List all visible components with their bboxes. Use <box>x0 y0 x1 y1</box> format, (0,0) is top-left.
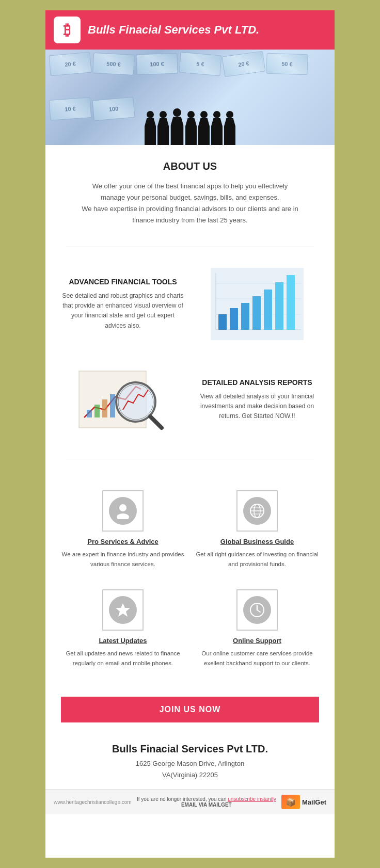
bar-chart-svg <box>211 268 304 340</box>
service-item-2: Global Business Guide Get all right guid… <box>190 480 324 579</box>
service-3-icon-box <box>102 589 144 631</box>
service-4-description: Our online customer care services provid… <box>195 649 319 668</box>
star-service-icon <box>109 596 137 624</box>
service-2-description: Get all right guidances of investing on … <box>195 550 319 569</box>
money-note-8: 100 <box>92 97 135 121</box>
join-us-button[interactable]: JOIN US NOW <box>61 697 319 722</box>
money-note-1: 20 € <box>49 52 91 76</box>
svg-line-32 <box>257 610 260 612</box>
about-section: ABOUT US We offer your one of the best f… <box>45 145 335 236</box>
feature-row-1: ADVANCED FINANCIAL TOOLS See detailed an… <box>45 258 335 350</box>
service-item-4: Online Support Our online customer care … <box>190 579 324 678</box>
service-item-3: Latest Updates Get all updates and news … <box>56 579 190 678</box>
unsubscribe-link[interactable]: unsubscribe instantly <box>228 796 276 802</box>
feature-1-image <box>195 268 319 340</box>
person-3 <box>170 108 183 145</box>
service-1-icon-box <box>102 490 144 532</box>
money-note-7: 10 € <box>49 97 92 120</box>
svg-rect-15 <box>94 405 100 417</box>
person-icon <box>115 503 131 519</box>
svg-rect-5 <box>218 314 227 330</box>
svg-rect-14 <box>87 410 92 417</box>
money-note-3: 100 € <box>136 53 178 75</box>
feature-2-image <box>61 361 185 438</box>
person-body <box>224 118 235 145</box>
money-note-5: 20 € <box>222 51 266 77</box>
money-note-2: 500 € <box>92 53 135 75</box>
unsubscribe-prefix: If you are no longer interested, you can <box>137 796 226 802</box>
clock-icon <box>249 602 265 618</box>
footer-via-mailget: EMAIL VIA MAILGET <box>137 802 276 808</box>
svg-rect-11 <box>287 275 295 330</box>
person-body <box>185 118 197 145</box>
mailget-icon: 📦 <box>286 797 296 807</box>
section-divider-1 <box>66 247 314 247</box>
service-1-description: We are expert in finance industry and pr… <box>61 550 185 569</box>
about-description: We offer your one of the best financial … <box>66 181 314 226</box>
svg-rect-6 <box>230 308 238 330</box>
mailget-icon-box: 📦 <box>281 795 300 809</box>
hero-image: 20 € 500 € 100 € 5 € 20 € 50 € 10 € 100 <box>45 50 335 145</box>
services-grid: Pro Services & Advice We are expert in f… <box>45 470 335 688</box>
email-header: ₿ Bulls Finacial Services Pvt LTD. <box>45 10 335 50</box>
person-body <box>198 118 210 145</box>
star-icon <box>115 602 131 618</box>
svg-rect-8 <box>252 296 261 330</box>
service-2-icon-box <box>236 490 278 532</box>
svg-line-20 <box>150 416 162 428</box>
svg-point-23 <box>117 513 129 519</box>
feature-row-2: DETAILED ANALYSIS REPORTS View all detai… <box>45 350 335 448</box>
company-logo: ₿ <box>54 17 81 43</box>
globe-icon <box>249 503 265 519</box>
footer-company-name: Bulls Finacial Services Pvt LTD. <box>56 743 324 755</box>
footer-unsubscribe-text: If you are no longer interested, you can… <box>132 796 281 808</box>
globe-service-icon <box>243 497 271 525</box>
mailget-logo: 📦 MailGet <box>281 795 326 809</box>
footer-bottom-bar: www.heritagechristiancollege.com If you … <box>45 789 335 814</box>
svg-rect-7 <box>241 303 249 330</box>
magnifier-chart-svg <box>76 361 169 438</box>
service-2-title: Global Business Guide <box>220 538 294 545</box>
address-line-2: VA(Virginia) 22205 <box>162 771 218 779</box>
service-4-title: Online Support <box>233 637 281 645</box>
feature-1-description: See detailed and robust graphics and cha… <box>61 291 185 331</box>
svg-rect-10 <box>275 282 283 330</box>
service-4-icon-box <box>236 589 278 631</box>
bitcoin-icon: ₿ <box>64 22 71 39</box>
money-note-6: 50 € <box>266 53 308 75</box>
person-service-icon <box>109 497 137 525</box>
footer-address: 1625 George Mason Drive, Arlington VA(Vi… <box>56 758 324 781</box>
footer-website: www.heritagechristiancollege.com <box>54 799 132 805</box>
company-name: Bulls Finacial Services Pvt LTD. <box>88 23 259 37</box>
svg-rect-17 <box>110 394 115 417</box>
section-divider-2 <box>66 459 314 459</box>
about-title: ABOUT US <box>66 160 314 172</box>
service-1-title: Pro Services & Advice <box>87 538 159 545</box>
person-body <box>145 118 156 145</box>
person-body <box>157 118 169 145</box>
person-body <box>170 117 183 145</box>
money-note-4: 5 € <box>179 52 221 76</box>
svg-rect-9 <box>264 290 272 330</box>
feature-1-title: ADVANCED FINANCIAL TOOLS <box>61 278 185 286</box>
service-3-title: Latest Updates <box>99 637 147 645</box>
mailget-brand-name: MailGet <box>302 798 326 806</box>
address-line-1: 1625 George Mason Drive, Arlington <box>136 760 244 767</box>
cta-section: JOIN US NOW <box>45 688 335 731</box>
email-container: ₿ Bulls Finacial Services Pvt LTD. 20 € … <box>45 10 335 858</box>
clock-service-icon <box>243 596 271 624</box>
service-item-1: Pro Services & Advice We are expert in f… <box>56 480 190 579</box>
service-3-description: Get all updates and news related to fina… <box>61 649 185 668</box>
person-head <box>173 108 181 117</box>
person-body <box>211 118 223 145</box>
feature-2-title: DETAILED ANALYSIS REPORTS <box>195 378 319 387</box>
feature-2-description: View all detailed analysis of your finan… <box>195 392 319 422</box>
svg-rect-16 <box>102 399 107 417</box>
svg-point-22 <box>119 504 126 511</box>
footer-company: Bulls Finacial Services Pvt LTD. 1625 Ge… <box>45 731 335 789</box>
feature-2-text: DETAILED ANALYSIS REPORTS View all detai… <box>195 378 319 422</box>
svg-marker-29 <box>116 603 130 617</box>
feature-1-text: ADVANCED FINANCIAL TOOLS See detailed an… <box>61 278 185 331</box>
